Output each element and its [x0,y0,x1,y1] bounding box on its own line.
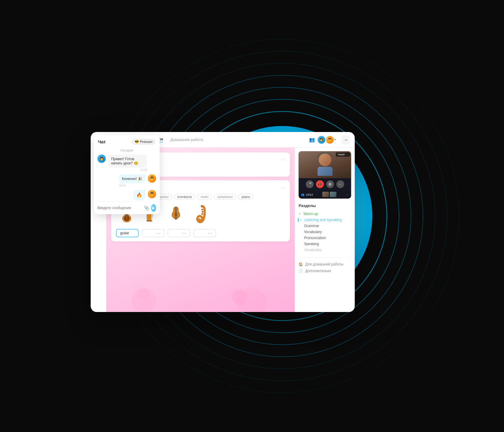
avatar-left-1: 👩 [97,154,106,163]
bubble-3: 🔥 16:33 [133,190,145,201]
reactions-button[interactable]: 😎 Реакции [132,139,156,145]
video-controls: 🎤 📵 ⊞ ··· [298,178,351,190]
video-count: 👥 10/12 [301,193,313,196]
section-vocabulary-2[interactable]: Vocabulary [298,247,351,253]
app-window: Другой урок 👤 Урок Домашняя работа 👥 👩 👨… [91,132,355,312]
video-count-text: 10/12 [306,193,313,196]
section-grammar[interactable]: Grammar [298,223,351,229]
chat-message-3: 👨 🔥 16:33 [97,190,156,201]
chat-input-row: 📎 ▶ [94,201,160,214]
answer-box-2[interactable] [142,229,164,237]
logout-button[interactable]: → [341,136,350,144]
user-avatars: 👩 👨 ▾ [317,136,339,144]
chat-date: Сегодня [94,147,160,153]
floral-decoration [106,252,295,312]
avatar-1: 👩 [317,136,325,144]
mic-button[interactable]: 🎤 [306,180,314,188]
answer-value-1: guitar [120,231,129,235]
bubble-text-1: Привет! Готов начать урок? 😊 [108,154,147,168]
svg-point-24 [201,205,203,207]
users-icon: 👥 [309,137,315,142]
bubble-text-2: Конечно! 🎉 [119,174,146,183]
homework-section[interactable]: 🏠 Для домашней работы [298,261,351,268]
section-label-6: Speaking [304,242,319,246]
video-footer-more[interactable]: ··· [346,193,349,196]
svg-point-26 [202,211,203,213]
bubble-2: Конечно! 🎉 16:33 [119,174,146,187]
svg-point-0 [131,288,155,312]
bubble-time-3: 16:33 [133,201,145,201]
video-feed: Natali ··· [298,151,351,178]
questions-more-btn[interactable]: ··· [280,157,285,163]
answer-box-1[interactable]: guitar [116,229,139,237]
extra-section[interactable]: 📄 Дополнительно [298,268,351,274]
extra-icon: 📄 [298,269,303,273]
answer-box-3[interactable] [167,229,190,237]
video-name: Natali [338,153,345,156]
bubble-1: Привет! Готов начать урок? 😊 16:32 [108,154,147,171]
video-thumbs [322,192,337,197]
svg-rect-19 [147,220,152,222]
sections-title: Разделы [298,203,351,208]
avatar-right-2: 👨 [148,174,156,183]
tag-violin[interactable]: violin [197,194,212,200]
chat-input[interactable] [97,206,142,210]
video-card: Natali ··· 🎤 📵 ⊞ ··· 👥 10/12 [298,151,351,199]
section-vocabulary-1[interactable]: Vocabulary [298,229,351,235]
avatar-2: 👨 [326,136,334,144]
check-1: ✓ [298,212,301,216]
section-label-2: Listening and Speaking [304,218,342,222]
svg-point-2 [236,288,266,312]
extra-label: Дополнительно [305,269,331,273]
check-2: ✓ [299,218,302,222]
grid-button[interactable]: ⊞ [326,180,334,188]
hangup-button[interactable]: 📵 [316,180,324,188]
chat-message-1: 👩 Привет! Готов начать урок? 😊 16:32 [97,154,156,171]
chat-messages: 👩 Привет! Готов начать урок? 😊 16:32 👨 К… [94,153,160,201]
answers-row: guitar [116,229,285,237]
section-pronunciation[interactable]: Pronunciation [298,235,351,241]
bubble-text-3: 🔥 [133,190,145,200]
section-warm-up[interactable]: ✓ Warm-up [298,211,351,217]
section-speaking[interactable]: Speaking [298,241,351,247]
svg-point-1 [137,288,149,300]
chat-title: Чат [98,139,106,144]
extra-sections: 🏠 Для домашней работы 📄 Дополнительно [298,257,351,274]
active-indicator [298,218,298,222]
headphones [317,152,333,158]
section-label-5: Pronunciation [304,236,326,240]
tag-trombone[interactable]: trombone [174,194,195,200]
match-more-btn[interactable]: ··· [280,184,285,191]
person-silhouette [316,154,334,176]
face [319,154,331,166]
instrument-saxophone [190,204,211,225]
section-label-7: Vocabulary [304,248,322,252]
video-more-icon[interactable]: ··· [346,153,348,156]
section-label-3: Grammar [304,224,319,228]
section-listening[interactable]: ✓ Listening and Speaking [299,217,351,223]
svg-point-3 [232,290,247,304]
nav-homework[interactable]: Домашняя работа [170,137,203,142]
violin-svg [167,204,185,224]
video-name-badge: Natali ··· [336,152,350,157]
avatar-right-3: 👨 [148,190,156,198]
tag-piano[interactable]: piano [238,194,253,200]
tag-xylophone[interactable]: xylophone [214,194,236,200]
send-button[interactable]: ▶ [151,204,156,212]
video-footer: 👥 10/12 ··· [298,190,351,199]
homework-label: Для домашней работы [305,262,343,266]
answer-box-4[interactable] [193,229,216,237]
avatar-dropdown[interactable]: ▾ [334,136,339,144]
svg-point-4 [167,303,203,312]
shoulders [317,167,332,176]
bubble-time-1: 16:32 [108,168,147,171]
sections-container: Разделы ✓ Warm-up ✓ Listening and Speaki… [298,203,351,253]
thumb-1 [322,192,329,197]
nav-right: 👥 👩 👨 ▾ → [309,136,350,144]
saxophone-svg [191,204,209,224]
svg-point-25 [201,209,203,211]
homework-icon: 🏠 [298,262,303,266]
call-more-button[interactable]: ··· [336,180,344,188]
section-label-1: Warm-up [303,212,318,216]
attach-button[interactable]: 📎 [144,206,149,210]
